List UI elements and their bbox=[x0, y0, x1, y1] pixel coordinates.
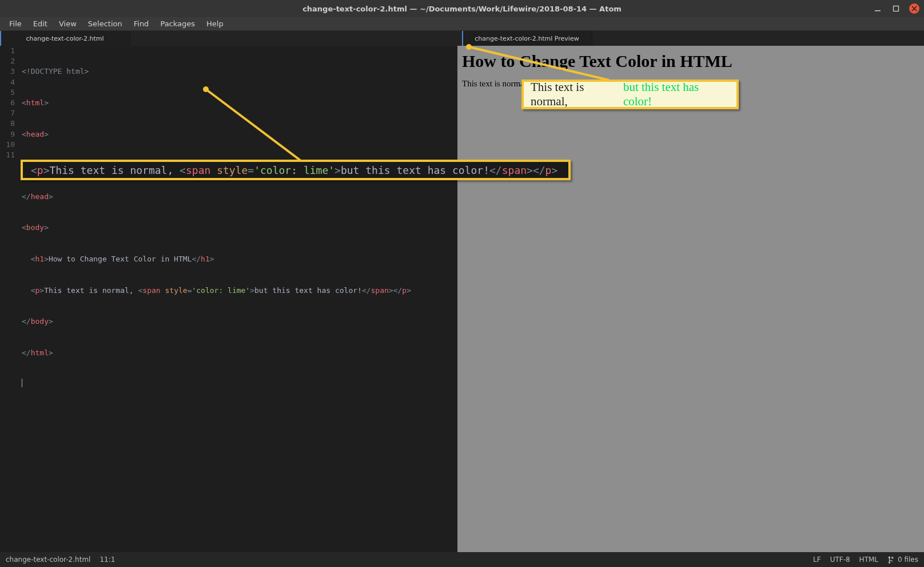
line-number: 10 bbox=[0, 140, 15, 150]
line-number: 6 bbox=[0, 98, 15, 108]
status-git[interactable]: 0 files bbox=[887, 556, 918, 564]
code-line: <!DOCTYPE html> bbox=[22, 66, 457, 77]
line-number: 5 bbox=[0, 88, 15, 98]
window-minimize-button[interactable] bbox=[873, 3, 883, 14]
preview-heading: How to Change Text Color in HTML bbox=[462, 51, 919, 71]
svg-rect-1 bbox=[894, 6, 899, 11]
tab-preview-label: change-text-color-2.html Preview bbox=[475, 35, 579, 42]
status-line-ending[interactable]: LF bbox=[813, 556, 821, 564]
status-encoding[interactable]: UTF-8 bbox=[830, 556, 850, 564]
line-number: 11 bbox=[0, 150, 15, 160]
text-cursor bbox=[22, 379, 22, 387]
svg-rect-0 bbox=[875, 10, 881, 11]
status-bar: change-text-color-2.html 11:1 LF UTF-8 H… bbox=[0, 552, 924, 567]
window-close-button[interactable] bbox=[909, 3, 919, 14]
menu-file[interactable]: File bbox=[3, 18, 27, 30]
tab-editor-label: change-text-color-2.html bbox=[26, 35, 103, 42]
preview-paragraph: This text is normal, but this text has c… bbox=[462, 79, 919, 89]
tab-editor[interactable]: change-text-color-2.html bbox=[0, 31, 130, 46]
window-title: change-text-color-2.html — ~/Documents/W… bbox=[302, 5, 622, 13]
line-number: 1 bbox=[0, 46, 15, 56]
menu-bar: File Edit View Selection Find Packages H… bbox=[0, 17, 924, 31]
code-line: <h1>How to Change Text Color in HTML</h1… bbox=[22, 254, 457, 264]
menu-view[interactable]: View bbox=[53, 18, 82, 30]
status-git-label: 0 files bbox=[898, 556, 918, 564]
editor-pane[interactable]: 1 2 3 4 5 6 7 8 9 10 11 <!DOCTYPE html> … bbox=[0, 46, 457, 552]
window-titlebar: change-text-color-2.html — ~/Documents/W… bbox=[0, 0, 924, 17]
line-number: 3 bbox=[0, 66, 15, 77]
code-line: </html> bbox=[22, 348, 457, 358]
workspace: 1 2 3 4 5 6 7 8 9 10 11 <!DOCTYPE html> … bbox=[0, 46, 924, 552]
git-branch-icon bbox=[887, 556, 895, 564]
window-maximize-button[interactable] bbox=[891, 3, 901, 14]
menu-selection[interactable]: Selection bbox=[82, 18, 128, 30]
menu-packages[interactable]: Packages bbox=[154, 18, 201, 30]
code-line: <p>This text is normal, <span style='col… bbox=[22, 286, 457, 296]
code-line: </body> bbox=[22, 316, 457, 327]
code-line: <head> bbox=[22, 129, 457, 140]
menu-edit[interactable]: Edit bbox=[27, 18, 53, 30]
status-grammar[interactable]: HTML bbox=[859, 556, 878, 564]
line-number: 7 bbox=[0, 108, 15, 118]
preview-text-colored: but this text has color! bbox=[531, 79, 607, 88]
code-area[interactable]: <!DOCTYPE html> <html> <head> </head> <b… bbox=[22, 46, 457, 552]
line-number: 2 bbox=[0, 56, 15, 66]
code-line: <body> bbox=[22, 223, 457, 233]
preview-text-plain: This text is normal, bbox=[462, 79, 531, 88]
tab-preview[interactable]: change-text-color-2.html Preview bbox=[462, 31, 592, 46]
preview-pane: How to Change Text Color in HTML This te… bbox=[457, 46, 924, 552]
tab-bar: change-text-color-2.html change-text-col… bbox=[0, 31, 924, 46]
code-line: <html> bbox=[22, 98, 457, 108]
code-line: </head> bbox=[22, 192, 457, 202]
code-line bbox=[22, 160, 457, 171]
line-number: 9 bbox=[0, 129, 15, 140]
menu-help[interactable]: Help bbox=[201, 18, 229, 30]
line-number: 4 bbox=[0, 77, 15, 88]
code-line bbox=[22, 379, 457, 389]
menu-find[interactable]: Find bbox=[128, 18, 155, 30]
status-file-path[interactable]: change-text-color-2.html bbox=[6, 556, 90, 564]
line-number: 8 bbox=[0, 118, 15, 129]
status-cursor-pos[interactable]: 11:1 bbox=[99, 556, 115, 564]
line-number-gutter: 1 2 3 4 5 6 7 8 9 10 11 bbox=[0, 46, 18, 552]
